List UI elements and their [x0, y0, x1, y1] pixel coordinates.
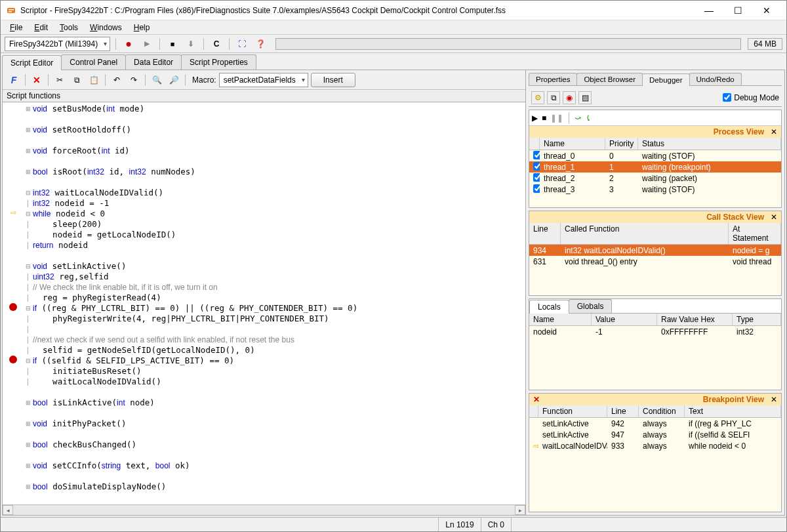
macro-combo[interactable]: setPacketDataFields: [219, 73, 308, 87]
undo-icon[interactable]: ↶: [110, 73, 124, 87]
help-button[interactable]: ❓: [253, 37, 268, 51]
cut-icon[interactable]: ✂: [52, 73, 67, 87]
step-over-icon[interactable]: ⤻: [575, 113, 581, 123]
tab-debugger[interactable]: Debugger: [642, 73, 690, 86]
svg-rect-0: [7, 8, 15, 13]
close-button[interactable]: ✕: [752, 1, 781, 20]
process-view-close-icon[interactable]: ✕: [771, 127, 777, 136]
play-button[interactable]: ▶: [140, 37, 154, 51]
menu-help[interactable]: Help: [129, 22, 155, 33]
breakpoint-row[interactable]: setLinkActive947alwaysif ((selfid & SELF…: [529, 429, 781, 440]
breakpoint-title: Breakpoint View: [703, 395, 764, 404]
app-icon: [6, 5, 16, 16]
tab-control-panel[interactable]: Control Panel: [61, 54, 126, 70]
variables-panel: Locals Globals Name Value Raw Value Hex …: [529, 298, 782, 390]
callstack-title: Call Stack View: [706, 213, 764, 222]
tab-locals[interactable]: Locals: [529, 300, 569, 314]
callstack-row[interactable]: 934int32 waitLocalNodeIDValid()nodeid = …: [529, 245, 781, 256]
redo-icon[interactable]: ↷: [127, 73, 141, 87]
process-row[interactable]: thread_33waiting (STOF): [529, 184, 781, 195]
script-functions-header: Script functions: [3, 90, 525, 102]
variable-row[interactable]: nodeid-10xFFFFFFFFint32: [529, 326, 781, 337]
stop-icon[interactable]: ■: [542, 113, 546, 123]
right-tabstrip: Properties Object Browser Debugger Undo/…: [529, 73, 782, 86]
find-icon[interactable]: 🔍: [150, 73, 164, 87]
statusbar: Ln 1019 Ch 0: [1, 517, 786, 531]
tab-script-properties[interactable]: Script Properties: [181, 54, 256, 70]
tab-properties[interactable]: Properties: [529, 73, 577, 85]
expand-button[interactable]: ⛶: [235, 37, 249, 51]
macro-label: Macro:: [192, 75, 216, 85]
tab-undo-redo[interactable]: Undo/Redo: [689, 73, 742, 85]
main-tabstrip: Script Editor Control Panel Data Editor …: [2, 54, 785, 70]
device-combo[interactable]: FireSpy3422bT (Mil1394): [5, 37, 110, 51]
status-line: Ln 1019: [438, 518, 480, 531]
menu-windows[interactable]: Windows: [85, 22, 127, 33]
record-button[interactable]: ●: [121, 37, 136, 51]
debugger-pane: Properties Object Browser Debugger Undo/…: [526, 70, 784, 515]
threads-icon[interactable]: ⧉: [547, 91, 560, 104]
minimize-button[interactable]: —: [695, 1, 723, 20]
svg-rect-2: [9, 11, 12, 12]
find-replace-icon[interactable]: 🔎: [167, 73, 181, 87]
maximize-button[interactable]: ☐: [723, 1, 752, 20]
breakpoint-delete-icon[interactable]: ✕: [533, 395, 540, 404]
process-row[interactable]: thread_11waiting (breakpoint): [529, 161, 781, 173]
window-title: Scriptor - FireSpy3422bT : C:/Program Fi…: [20, 6, 695, 15]
editor-toolbar: F ✕ ✂ ⧉ 📋 ↶ ↷ 🔍 🔎 Macro: setPacketDataFi…: [3, 70, 525, 90]
memory-indicator: 64 MB: [748, 38, 782, 50]
c-button[interactable]: C: [209, 37, 224, 51]
menu-edit[interactable]: Edit: [29, 22, 53, 33]
function-button[interactable]: F: [7, 75, 21, 85]
process-row[interactable]: thread_22waiting (packet): [529, 173, 781, 184]
breakpoint-panel: ✕ Breakpoint View ✕ Function Line Condit…: [529, 393, 782, 512]
watch-icon[interactable]: ▤: [578, 91, 592, 104]
breakpoint-close-icon[interactable]: ✕: [771, 395, 777, 404]
tab-globals[interactable]: Globals: [569, 299, 613, 313]
status-col: Ch 0: [481, 518, 511, 531]
delete-button[interactable]: ✕: [30, 75, 44, 85]
process-row[interactable]: thread_00waiting (STOF): [529, 150, 781, 161]
callstack-close-icon[interactable]: ✕: [771, 213, 777, 222]
titlebar: Scriptor - FireSpy3422bT : C:/Program Fi…: [1, 1, 786, 20]
debug-mode-checkbox[interactable]: Debug Mode: [723, 93, 779, 102]
main-toolbar: FireSpy3422bT (Mil1394) ● ▶ ■ ⬇ C ⛶ ❓ 64…: [1, 35, 786, 53]
callstack-panel: Call Stack View ✕ Line Called Function A…: [529, 211, 782, 296]
tab-script-editor[interactable]: Script Editor: [2, 55, 62, 70]
gear-icon[interactable]: ⚙: [531, 91, 544, 104]
copy-icon[interactable]: ⧉: [70, 73, 84, 87]
paste-icon[interactable]: 📋: [87, 73, 101, 87]
breakpoint-row[interactable]: setLinkActive942alwaysif ((reg & PHY_LC: [529, 418, 781, 429]
menu-tools[interactable]: Tools: [54, 22, 83, 33]
callstack-row[interactable]: 631void thread_0() entryvoid thread: [529, 256, 781, 267]
code-editor[interactable]: ⇨ ⊞void setBusMode(int mode)⊞void setRoo…: [3, 102, 525, 504]
pause-icon[interactable]: ❚❚: [550, 113, 563, 123]
stop-button[interactable]: ■: [165, 37, 180, 51]
debugger-toolbar: ⚙ ⧉ ◉ ▤ Debug Mode: [529, 89, 782, 107]
step-into-icon[interactable]: ⤹: [585, 113, 592, 123]
breakpoint-row[interactable]: ⇨waitLocalNodeIDVali933alwayswhile nodei…: [529, 440, 781, 451]
svg-rect-1: [9, 9, 14, 10]
menu-file[interactable]: File: [5, 22, 28, 33]
run-icon[interactable]: ▶: [532, 113, 538, 123]
menubar: File Edit Tools Windows Help: [1, 20, 786, 35]
editor-pane: F ✕ ✂ ⧉ 📋 ↶ ↷ 🔍 🔎 Macro: setPacketDataFi…: [3, 70, 526, 515]
tab-object-browser[interactable]: Object Browser: [576, 73, 643, 85]
process-view-panel: ▶ ■ ❚❚ ⤻ ⤹ Process View ✕ Name Priority: [529, 110, 782, 208]
breakpoint-icon[interactable]: ◉: [563, 91, 576, 104]
progress-bar: [275, 38, 741, 50]
tab-data-editor[interactable]: Data Editor: [125, 54, 182, 70]
download-button[interactable]: ⬇: [184, 37, 198, 51]
editor-h-scrollbar[interactable]: ◂▸: [3, 504, 525, 515]
process-view-title: Process View: [714, 127, 764, 136]
insert-button[interactable]: Insert: [311, 73, 355, 87]
